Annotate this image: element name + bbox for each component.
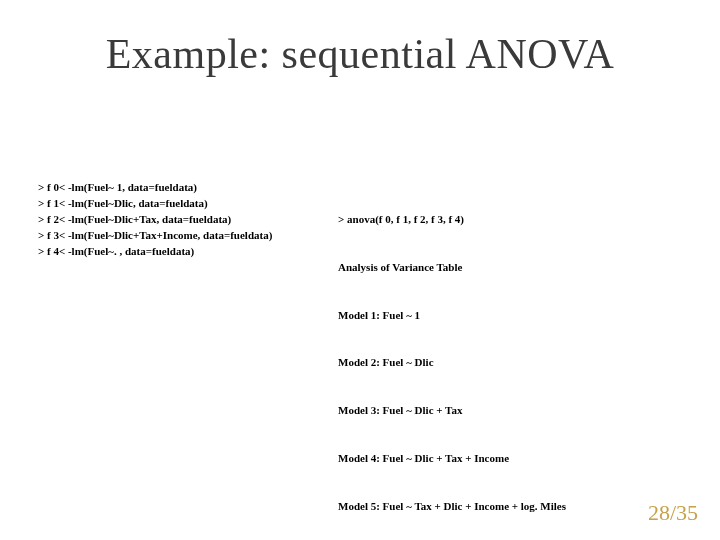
output-line: Model 3: Fuel ~ Dlic + Tax [338, 403, 700, 419]
slide-title: Example: sequential ANOVA [0, 0, 720, 78]
slide: Example: sequential ANOVA > f 0< -lm(Fue… [0, 0, 720, 540]
output-line: Model 2: Fuel ~ Dlic [338, 355, 700, 371]
code-line: > f 3< -lm(Fuel~Dlic+Tax+Income, data=fu… [38, 228, 338, 244]
output-line: Model 4: Fuel ~ Dlic + Tax + Income [338, 451, 700, 467]
output-line: Model 5: Fuel ~ Tax + Dlic + Income + lo… [338, 499, 700, 515]
code-line: > f 1< -lm(Fuel~Dlic, data=fueldata) [38, 196, 338, 212]
code-line: > f 0< -lm(Fuel~ 1, data=fueldata) [38, 180, 338, 196]
page-number: 28/35 [648, 500, 698, 526]
output-line: Model 1: Fuel ~ 1 [338, 308, 700, 324]
slide-body: > f 0< -lm(Fuel~ 1, data=fueldata) > f 1… [38, 180, 700, 540]
right-output-column: > anova(f 0, f 1, f 2, f 3, f 4) Analysi… [338, 180, 700, 540]
code-line: > f 2< -lm(Fuel~Dlic+Tax, data=fueldata) [38, 212, 338, 228]
output-line: > anova(f 0, f 1, f 2, f 3, f 4) [338, 212, 700, 228]
code-line: > f 4< -lm(Fuel~. , data=fueldata) [38, 244, 338, 260]
left-code-column: > f 0< -lm(Fuel~ 1, data=fueldata) > f 1… [38, 180, 338, 540]
output-line: Analysis of Variance Table [338, 260, 700, 276]
